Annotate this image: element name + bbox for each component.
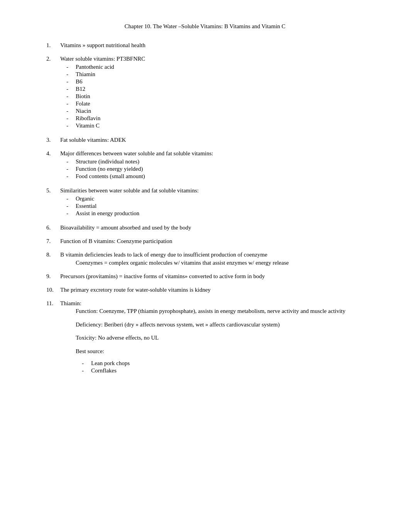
item-text: Similarities between water soluble and f… bbox=[60, 187, 199, 194]
sub-list-item: - Function (no energy yielded) bbox=[60, 166, 364, 172]
item-content: The primary excretory route for water-so… bbox=[60, 287, 364, 293]
sub-item-text: Function (no energy yielded) bbox=[76, 166, 364, 172]
item-number: 10. bbox=[46, 287, 60, 293]
sub-list-item: - Niacin bbox=[60, 108, 364, 114]
dash: - bbox=[60, 93, 76, 100]
source-item-text: Cornflakes bbox=[91, 367, 364, 374]
item-text: B vitamin deficiencies leads to lack of … bbox=[60, 252, 267, 258]
list-item: 2. Water soluble vitamins: PT3BFNRC - Pa… bbox=[46, 56, 364, 130]
dash: - bbox=[60, 158, 76, 165]
sub-item-text: Biotin bbox=[76, 93, 364, 100]
item-text: The primary excretory route for water-so… bbox=[60, 287, 211, 293]
item-number: 11. bbox=[46, 300, 60, 307]
list-item: 8. B vitamin deficiencies leads to lack … bbox=[46, 252, 364, 266]
list-item: 5. Similarities between water soluble an… bbox=[46, 187, 364, 218]
sub-list-item: - B6 bbox=[60, 78, 364, 85]
dash: - bbox=[60, 78, 76, 85]
item-11-function: Function: Coenzyme, TPP (thiamin pyropho… bbox=[76, 307, 364, 316]
list-item-11: 11. Thiamin: Function: Coenzyme, TPP (th… bbox=[46, 300, 364, 375]
sub-list-item: - B12 bbox=[60, 86, 364, 92]
sub-list-item: - Organic bbox=[60, 195, 364, 202]
dash: - bbox=[60, 115, 76, 122]
item-number: 6. bbox=[46, 224, 60, 231]
sub-item-text: Assist in energy production bbox=[76, 210, 364, 217]
sub-list: - Pantothenic acid - Thiamin - B6 - B12 … bbox=[60, 64, 364, 129]
sub-item-text: Food contents (small amount) bbox=[76, 173, 364, 180]
dash: - bbox=[60, 210, 76, 217]
sub-item-text: Thiamin bbox=[76, 71, 364, 78]
page-title: Chapter 10. The Water –Soluble Vitamins:… bbox=[46, 23, 364, 30]
sub-list-item: - Cornflakes bbox=[76, 367, 364, 374]
item-content: Function of B vitamins: Coenzyme partici… bbox=[60, 238, 364, 245]
item-number: 3. bbox=[46, 137, 60, 143]
sub-list-item: - Biotin bbox=[60, 93, 364, 100]
list-item: 1. Vitamins » support nutritional health bbox=[46, 42, 364, 49]
dash: - bbox=[60, 122, 76, 129]
item-number: 8. bbox=[46, 252, 60, 258]
item-content: Similarities between water soluble and f… bbox=[60, 187, 364, 218]
sub-list-item: - Riboflavin bbox=[60, 115, 364, 122]
item-number: 9. bbox=[46, 273, 60, 280]
item-number: 2. bbox=[46, 56, 60, 62]
main-list: 1. Vitamins » support nutritional health… bbox=[46, 42, 364, 375]
item-content: B vitamin deficiencies leads to lack of … bbox=[60, 252, 364, 266]
sub-list: - Structure (individual notes) - Functio… bbox=[60, 158, 364, 180]
dash: - bbox=[60, 166, 76, 172]
sub-list-item: - Lean pork chops bbox=[76, 360, 364, 367]
sub-list-item: - Food contents (small amount) bbox=[60, 173, 364, 180]
sub-list-item: - Thiamin bbox=[60, 71, 364, 78]
item-content: Water soluble vitamins: PT3BFNRC - Panto… bbox=[60, 56, 364, 130]
item-11-best-source-label: Best source: bbox=[76, 347, 364, 356]
item-number: 7. bbox=[46, 238, 60, 245]
item-11-deficiency: Deficiency: Beriberi (dry » affects nerv… bbox=[76, 320, 364, 329]
list-item: 3. Fat soluble vitamins: ADEK bbox=[46, 137, 364, 143]
list-item: 6. Bioavailability = amount absorbed and… bbox=[46, 224, 364, 231]
sub-item-text: Organic bbox=[76, 195, 364, 202]
item-text: Major differences between water soluble … bbox=[60, 150, 213, 156]
item-11-content-wrapper: Thiamin: Function: Coenzyme, TPP (thiami… bbox=[60, 300, 364, 375]
dash: - bbox=[60, 71, 76, 78]
item-content: Vitamins » support nutritional health bbox=[60, 42, 364, 49]
best-source-list: - Lean pork chops - Cornflakes bbox=[76, 360, 364, 374]
item-number: 5. bbox=[46, 187, 60, 194]
sub-item-text: B12 bbox=[76, 86, 364, 92]
dash: - bbox=[60, 64, 76, 70]
dash: - bbox=[60, 173, 76, 180]
indent-text: Coenzymes = complex organic molecules w/… bbox=[76, 260, 364, 266]
sub-list-item: - Pantothenic acid bbox=[60, 64, 364, 70]
sub-list-item: - Structure (individual notes) bbox=[60, 158, 364, 165]
dash: - bbox=[60, 100, 76, 107]
list-item: 4. Major differences between water solub… bbox=[46, 150, 364, 180]
item-text: Vitamins » support nutritional health bbox=[60, 42, 146, 48]
dash: - bbox=[76, 367, 91, 374]
item-content: Major differences between water soluble … bbox=[60, 150, 364, 180]
list-item: 10. The primary excretory route for wate… bbox=[46, 287, 364, 293]
item-content: Bioavailability = amount absorbed and us… bbox=[60, 224, 364, 231]
sub-item-text: Structure (individual notes) bbox=[76, 158, 364, 165]
item-text: Water soluble vitamins: PT3BFNRC bbox=[60, 56, 145, 62]
sub-item-text: Vitamin C bbox=[76, 122, 364, 129]
item-text: Bioavailability = amount absorbed and us… bbox=[60, 224, 191, 231]
dash: - bbox=[60, 195, 76, 202]
sub-list-item: - Vitamin C bbox=[60, 122, 364, 129]
list-item: 7. Function of B vitamins: Coenzyme part… bbox=[46, 238, 364, 245]
sub-list-item: - Essential bbox=[60, 203, 364, 209]
sub-list-item: - Assist in energy production bbox=[60, 210, 364, 217]
sub-item-text: Riboflavin bbox=[76, 115, 364, 122]
sub-item-text: B6 bbox=[76, 78, 364, 85]
dash: - bbox=[60, 86, 76, 92]
item-text: Function of B vitamins: Coenzyme partici… bbox=[60, 238, 172, 244]
sub-item-text: Essential bbox=[76, 203, 364, 209]
item-text: Precursors (provitamins) = inactive form… bbox=[60, 273, 265, 279]
dash: - bbox=[76, 360, 91, 367]
source-item-text: Lean pork chops bbox=[91, 360, 364, 367]
sub-item-text: Folate bbox=[76, 100, 364, 107]
item-content: Precursors (provitamins) = inactive form… bbox=[60, 273, 364, 280]
item-text: Fat soluble vitamins: ADEK bbox=[60, 137, 126, 143]
sub-item-text: Niacin bbox=[76, 108, 364, 114]
sub-list: - Organic - Essential - Assist in energy… bbox=[60, 195, 364, 217]
item-11-details: Function: Coenzyme, TPP (thiamin pyropho… bbox=[76, 307, 364, 374]
sub-item-text: Pantothenic acid bbox=[76, 64, 364, 70]
item-11-toxicity: Toxicity: No adverse effects, no UL bbox=[76, 333, 364, 342]
item-content: Fat soluble vitamins: ADEK bbox=[60, 137, 364, 143]
